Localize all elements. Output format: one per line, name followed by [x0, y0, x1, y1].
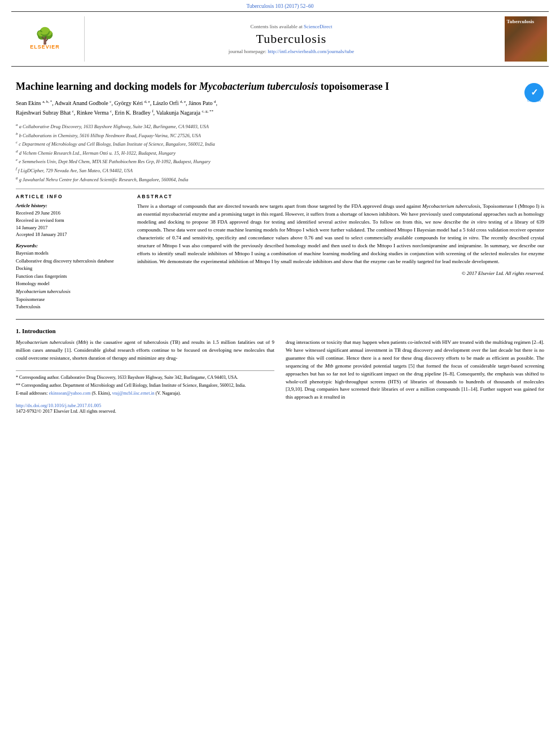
abstract-paragraph: There is a shortage of compounds that ar…: [137, 203, 544, 266]
article-history: Article history: Received 29 June 2016 R…: [16, 203, 126, 238]
authors-line: Sean Ekins a, b, *, Adwait Anand Godbole…: [16, 99, 544, 117]
doi-section: http://dx.doi.org/10.1016/j.tube.2017.01…: [16, 403, 274, 414]
journal-homepage: journal homepage: http://intl.elsevierhe…: [229, 49, 354, 54]
issn-line: 1472-9792/© 2017 Elsevier Ltd. All right…: [16, 408, 274, 414]
svg-text:CrossMark: CrossMark: [527, 99, 541, 102]
abstract-header: ABSTRACT: [137, 194, 544, 199]
footnote-2: ** Corresponding author. Department of M…: [16, 382, 274, 389]
received-revised-date: 14 January 2017: [16, 224, 126, 231]
keyword-8: Tuberculosis: [16, 303, 126, 311]
footnotes-section: * Corresponding author. Collaborative Dr…: [16, 370, 274, 397]
article-info-col: ARTICLE INFO Article history: Received 2…: [16, 194, 126, 311]
main-content: ✓ CrossMark Machine learning and docking…: [0, 67, 560, 420]
intro-right-col: drug interactions or toxicity that may h…: [286, 339, 544, 414]
crossmark-badge: ✓ CrossMark: [524, 82, 544, 104]
keywords-label: Keywords:: [16, 243, 126, 248]
keyword-5: Homology model: [16, 280, 126, 288]
affiliations-section: a a Collaborative Drug Discovery, 1633 B…: [16, 122, 544, 183]
keywords-section: Keywords: Bayesian models Collaborative …: [16, 243, 126, 311]
affiliation-e: e e Semmelweis Univ, Dept Med Chem, MTA …: [16, 157, 544, 165]
svg-text:✓: ✓: [531, 88, 538, 97]
journal-title-section: Contents lists available at ScienceDirec…: [85, 16, 498, 62]
email-link-1[interactable]: ekinssean@yahoo.com: [49, 391, 91, 396]
received-revised-label: Received in revised form: [16, 217, 126, 224]
title-section: ✓ CrossMark Machine learning and docking…: [16, 80, 544, 93]
crossmark-icon: ✓ CrossMark: [524, 82, 544, 103]
article-info-header: ARTICLE INFO: [16, 194, 126, 199]
elsevier-wordmark: ELSEVIER: [30, 44, 60, 50]
info-abstract-section: ARTICLE INFO Article history: Received 2…: [16, 194, 544, 311]
affiliation-b: b b Collaborations in Chemistry, 5616 Hi…: [16, 131, 544, 139]
journal-cover: Tuberculosis: [498, 16, 549, 62]
keyword-7: Topoisomerase: [16, 296, 126, 304]
keyword-3: Docking: [16, 265, 126, 273]
intro-left-col: Mycobacterium tuberculosis (Mtb) is the …: [16, 339, 274, 414]
affiliation-a: a a Collaborative Drug Discovery, 1633 B…: [16, 122, 544, 130]
keyword-2: Collaborative drug discovery tuberculosi…: [16, 257, 126, 265]
keyword-6: Mycobacterium tuberculosis: [16, 288, 126, 296]
abstract-col: ABSTRACT There is a shortage of compound…: [137, 194, 544, 311]
footnote-1: * Corresponding author. Collaborative Dr…: [16, 374, 274, 381]
copyright-line: © 2017 Elsevier Ltd. All rights reserved…: [137, 270, 544, 276]
doi-url[interactable]: http://dx.doi.org/10.1016/j.tube.2017.01…: [16, 403, 101, 408]
introduction-section: 1. Introduction Mycobacterium tuberculos…: [16, 327, 544, 414]
history-label: Article history:: [16, 203, 126, 208]
email-link-2[interactable]: vraj@mcbl.iisc.ernet.in: [112, 391, 154, 396]
intro-right-text: drug interactions or toxicity that may h…: [286, 339, 544, 402]
affiliation-g: g g Jawaharlal Nehru Centre for Advanced…: [16, 175, 544, 184]
intro-body: Mycobacterium tuberculosis (Mtb) is the …: [16, 339, 544, 414]
publisher-logo-section: 🌳 ELSEVIER: [11, 16, 85, 62]
sciencedirect-link[interactable]: ScienceDirect: [304, 24, 332, 29]
journal-title: Tuberculosis: [256, 32, 327, 46]
journal-reference: Tuberculosis 103 (2017) 52–60: [0, 0, 560, 11]
intro-left-text: Mycobacterium tuberculosis (Mtb) is the …: [16, 339, 274, 362]
affiliation-c: c c Department of Microbiology and Cell …: [16, 139, 544, 148]
affiliation-d: d d Vichem Chemie Research Ltd., Herman …: [16, 148, 544, 157]
cover-title: Tuberculosis: [507, 19, 535, 25]
elsevier-tree-icon: 🌳: [35, 28, 55, 44]
section-divider-1: [16, 189, 544, 189]
journal-homepage-link[interactable]: http://intl.elsevierhealth.com/journals/…: [268, 49, 354, 54]
keyword-1: Bayesian models: [16, 250, 126, 257]
intro-heading: 1. Introduction: [16, 327, 544, 334]
paper-title: Machine learning and docking models for …: [16, 80, 544, 93]
footnote-email: E-mail addresses: ekinssean@yahoo.com (S…: [16, 390, 274, 397]
section-divider-2: [16, 319, 544, 320]
keyword-4: Function class fingerprints: [16, 273, 126, 281]
received-date: Received 29 June 2016: [16, 209, 126, 217]
accepted-date: Accepted 18 January 2017: [16, 231, 126, 238]
elsevier-logo: 🌳 ELSEVIER: [20, 25, 71, 53]
contents-line: Contents lists available at ScienceDirec…: [251, 24, 333, 29]
affiliation-f: f f LigDCipher, 729 Nevada Ave, San Mate…: [16, 166, 544, 174]
abstract-text: There is a shortage of compounds that ar…: [137, 203, 544, 266]
cover-image: Tuberculosis: [505, 16, 547, 62]
journal-header: 🌳 ELSEVIER Contents lists available at S…: [11, 11, 549, 67]
doi-link: http://dx.doi.org/10.1016/j.tube.2017.01…: [16, 403, 274, 408]
